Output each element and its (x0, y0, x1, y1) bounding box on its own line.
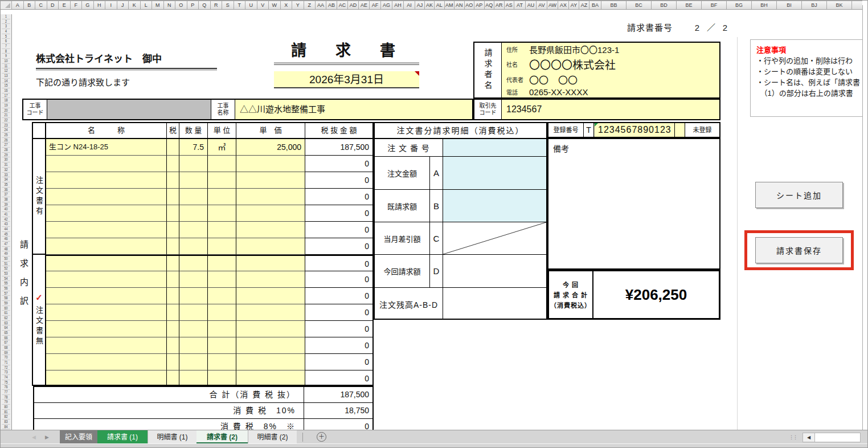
item-amount[interactable]: 0 (305, 238, 372, 255)
item-tax[interactable] (167, 337, 179, 354)
item-tax[interactable] (167, 189, 179, 205)
column-header-AB[interactable]: AB (326, 1, 337, 9)
row-header-4[interactable]: 4 (2, 29, 10, 34)
row-header-65[interactable]: 65 (2, 331, 10, 336)
tab-scroll-left-icon[interactable]: ◀ (32, 434, 36, 440)
column-header-L[interactable]: L (141, 1, 153, 9)
row-header-38[interactable]: 38 (2, 197, 10, 202)
item-price[interactable] (236, 172, 305, 189)
column-header-R[interactable]: R (211, 1, 223, 9)
item-amount[interactable]: 0 (305, 271, 372, 288)
row-header-73[interactable]: 73 (2, 370, 10, 375)
row-header-16[interactable]: 16 (2, 88, 10, 93)
column-header-M[interactable]: M (152, 1, 164, 9)
item-tax[interactable] (167, 172, 179, 189)
item-name[interactable] (46, 321, 167, 337)
row-header-71[interactable]: 71 (2, 360, 10, 365)
item-qty[interactable] (179, 256, 208, 271)
item-amount[interactable]: 0 (305, 172, 372, 189)
row-header-19[interactable]: 19 (2, 103, 10, 108)
column-header-P[interactable]: P (187, 1, 199, 9)
row-header-28[interactable]: 28 (2, 148, 10, 153)
row-header-51[interactable]: 51 (2, 262, 10, 267)
item-price[interactable] (236, 156, 305, 172)
row-header-45[interactable]: 45 (2, 232, 10, 237)
column-header-AL[interactable]: AL (435, 1, 445, 9)
row-header-22[interactable]: 22 (2, 118, 10, 123)
row-header-81[interactable]: 81 (2, 410, 10, 415)
row-header-21[interactable]: 21 (2, 113, 10, 118)
row-header-29[interactable]: 29 (2, 153, 10, 158)
item-name[interactable] (46, 238, 167, 255)
column-header-U[interactable]: U (245, 1, 257, 9)
column-header-AY[interactable]: AY (569, 1, 579, 9)
row-header-26[interactable]: 26 (2, 138, 10, 143)
sheet-tab-4[interactable]: 請求書 (2) (196, 430, 248, 444)
item-qty[interactable] (179, 337, 208, 354)
item-qty[interactable] (179, 156, 208, 172)
row-header-76[interactable]: 76 (2, 385, 10, 390)
client-code-cell[interactable]: 1234567 (502, 100, 719, 119)
row-header-1[interactable]: 1 (2, 14, 10, 19)
column-header-A[interactable]: A (12, 1, 24, 9)
row-header-84[interactable]: 84 (2, 425, 10, 430)
row-header-39[interactable]: 39 (2, 202, 10, 207)
item-unit[interactable] (208, 238, 236, 255)
item-tax[interactable] (167, 222, 179, 238)
column-header-AU[interactable]: AU (526, 1, 537, 9)
column-header-BG[interactable]: BG (727, 1, 752, 9)
row-header-62[interactable]: 62 (2, 316, 10, 321)
item-qty[interactable] (179, 354, 208, 370)
item-qty[interactable] (179, 271, 208, 288)
column-header-AE[interactable]: AE (359, 1, 370, 9)
item-tax[interactable] (167, 238, 179, 255)
item-price[interactable] (236, 288, 305, 304)
row-header-69[interactable]: 69 (2, 351, 10, 356)
column-header-AM[interactable]: AM (445, 1, 455, 9)
row-header-15[interactable]: 15 (2, 83, 10, 88)
horizontal-scrollbar[interactable] (815, 433, 861, 442)
column-header-O[interactable]: O (175, 1, 187, 9)
item-unit[interactable] (208, 321, 236, 337)
item-tax[interactable] (167, 370, 179, 386)
totals-value[interactable]: 0 (304, 419, 372, 430)
column-header-BB[interactable]: BB (601, 1, 627, 9)
column-header-BI[interactable]: BI (777, 1, 802, 9)
item-tax[interactable] (167, 288, 179, 304)
row-header-36[interactable]: 36 (2, 188, 10, 193)
column-header-AQ[interactable]: AQ (485, 1, 495, 9)
item-price[interactable]: 25,000 (236, 139, 305, 156)
remarks-box[interactable]: 備考 (547, 138, 720, 270)
column-header-Q[interactable]: Q (199, 1, 211, 9)
column-header-BH[interactable]: BH (752, 1, 777, 9)
item-name[interactable] (46, 288, 167, 304)
item-qty[interactable] (179, 238, 208, 255)
item-amount[interactable]: 0 (305, 189, 372, 205)
column-header-X[interactable]: X (281, 1, 293, 9)
row-header-17[interactable]: 17 (2, 93, 10, 99)
item-amount[interactable]: 0 (305, 156, 372, 172)
row-header-6[interactable]: 6 (2, 39, 10, 44)
sheet-tab-1[interactable]: 記入要領 (60, 430, 97, 444)
row-header-75[interactable]: 75 (2, 380, 10, 385)
item-price[interactable] (236, 337, 305, 354)
row-header-27[interactable]: 27 (2, 142, 10, 148)
invoice-date-cell[interactable]: 2026年3月31日 (274, 71, 419, 88)
row-header-25[interactable]: 25 (2, 133, 10, 138)
item-price[interactable] (236, 271, 305, 288)
row-header-77[interactable]: 77 (2, 390, 10, 395)
row-header-12[interactable]: 12 (2, 68, 10, 74)
item-name[interactable] (46, 354, 167, 370)
item-name[interactable] (46, 172, 167, 189)
column-header-D[interactable]: D (47, 1, 59, 9)
item-price[interactable] (236, 354, 305, 370)
column-header-AJ[interactable]: AJ (415, 1, 425, 9)
item-name[interactable] (46, 337, 167, 354)
row-header-5[interactable]: 5 (2, 34, 10, 39)
column-header-AD[interactable]: AD (348, 1, 359, 9)
select-all-button[interactable] (1, 1, 12, 9)
item-tax[interactable] (167, 271, 179, 288)
item-name[interactable] (46, 271, 167, 288)
column-header-AW[interactable]: AW (547, 1, 558, 9)
item-price[interactable] (236, 370, 305, 386)
